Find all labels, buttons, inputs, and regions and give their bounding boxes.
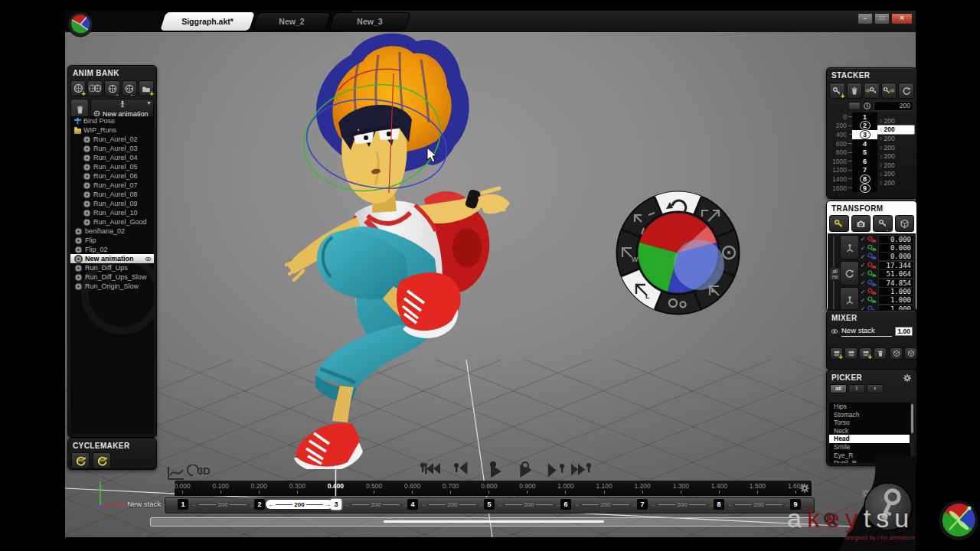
timeline-scrollbar[interactable] — [150, 517, 815, 527]
key-span[interactable]: ← 200 → — [419, 500, 486, 509]
cycle-button[interactable]: step — [71, 452, 90, 469]
timeline-key[interactable]: 3 — [331, 499, 341, 510]
animation-list-item[interactable]: Run_Aurel_09 — [70, 199, 154, 208]
cycle-button[interactable]: slide — [93, 452, 111, 469]
channel-check-icon[interactable]: ✓ — [860, 297, 866, 304]
stacker-key-row[interactable]: 1400 8 — [828, 174, 877, 184]
show-all-keys-button[interactable] — [881, 83, 897, 99]
stacker-key-row[interactable]: 1600 9 — [828, 184, 877, 193]
bone-list-item[interactable]: Head — [829, 435, 914, 443]
key-gap-duration[interactable]: ↕ 200 — [877, 143, 914, 152]
scale-mode-button[interactable] — [840, 287, 859, 311]
key-gap-duration[interactable]: ↕ 200 — [877, 170, 914, 179]
delete-key-button[interactable] — [847, 83, 863, 99]
key-gap-duration[interactable]: ↕ 200 — [877, 161, 914, 170]
channel-check-icon[interactable]: ✓ — [860, 245, 866, 252]
copy-key-button[interactable]: ← — [873, 215, 893, 232]
loop-button[interactable] — [898, 83, 914, 99]
channel-check-icon[interactable]: ✓ — [860, 289, 866, 295]
channel-key-icon[interactable] — [867, 269, 877, 279]
channel-filter-slider[interactable]: all no — [829, 233, 839, 314]
bone-list-item[interactable]: Stomach — [829, 411, 914, 419]
mixer-option-a-button[interactable] — [890, 347, 903, 360]
animation-list-item[interactable]: Run_Aurel_07 — [70, 181, 154, 190]
channel-value-field[interactable]: 51.064 — [878, 269, 914, 279]
animation-list-item[interactable]: Run_Aurel_06 — [70, 171, 154, 181]
minimize-button[interactable]: – — [858, 13, 873, 24]
key-span[interactable]: ← 200 → — [266, 500, 333, 509]
frame-duration-field[interactable]: 200 — [874, 101, 913, 111]
channel-value-field[interactable]: 0.000 — [878, 243, 914, 253]
animation-list-item[interactable]: Run_Aurel_04 — [70, 153, 154, 162]
export-animation-button[interactable]: → — [104, 80, 119, 96]
channel-value-field[interactable]: 1.000 — [878, 295, 914, 305]
delete-stack-button[interactable] — [874, 347, 887, 360]
animation-list-item[interactable]: WIP_Runs — [70, 126, 154, 135]
add-key-button[interactable]: + — [829, 83, 845, 99]
key-gap-duration[interactable]: ↕ 200 — [877, 126, 914, 135]
animation-list-item[interactable]: Run_Diff_Ups — [70, 263, 154, 272]
channel-key-icon[interactable] — [867, 234, 877, 244]
picker-filter-button[interactable]: all — [830, 384, 847, 393]
view-3d-toggle[interactable]: 3D — [198, 465, 211, 477]
new-animation-button[interactable]: + — [70, 80, 86, 96]
channel-check-icon[interactable]: ✓ — [860, 262, 866, 269]
animation-list-item[interactable]: Run_Diff_Ups_Slow — [70, 272, 154, 282]
slider-no-label[interactable]: no — [832, 274, 838, 279]
stack-eye-icon[interactable] — [831, 328, 838, 335]
scrollbar-thumb[interactable] — [384, 520, 604, 523]
character-model[interactable] — [285, 29, 539, 469]
key-gap-duration[interactable]: ↕ 200 — [877, 178, 914, 187]
stacker-key-row[interactable]: 200 2 — [828, 122, 877, 131]
channel-check-icon[interactable]: ✓ — [860, 236, 866, 243]
timeline-keys-bar[interactable]: ← 200 → ← 200 → ← 200 — [165, 497, 815, 514]
picker-filter-button[interactable]: r — [867, 384, 884, 393]
channel-check-icon[interactable]: ✓ — [860, 253, 866, 260]
animation-list-item[interactable]: Run_Aurel_Good — [70, 217, 154, 227]
channel-value-field[interactable]: 74.854 — [878, 279, 914, 288]
channel-key-icon[interactable] — [867, 243, 877, 253]
maximize-button[interactable]: □ — [874, 13, 890, 24]
translate-mode-button[interactable] — [840, 235, 859, 259]
key-gap-duration[interactable]: ↕ 200 — [877, 116, 914, 126]
document-tab[interactable]: Siggraph.akt* — [163, 12, 252, 31]
bone-list-item[interactable]: Neck — [829, 427, 914, 435]
key-span[interactable]: ← 200 → — [725, 500, 792, 509]
go-last-key-button[interactable] — [571, 463, 591, 475]
play-backward-button[interactable] — [490, 461, 501, 478]
picker-settings-gear-icon[interactable] — [903, 373, 912, 383]
new-folder-button[interactable]: + — [139, 80, 154, 96]
go-first-key-button[interactable] — [420, 463, 440, 474]
stack-weight-field[interactable]: 1.00 — [895, 327, 913, 336]
animation-list-item[interactable]: Run_Origin_Slow — [70, 282, 154, 291]
bone-list-item[interactable]: Smile — [829, 443, 914, 452]
next-key-button[interactable] — [548, 464, 564, 478]
picker-scrollbar[interactable] — [910, 403, 914, 463]
animation-list-item[interactable]: Bind Pose — [70, 116, 154, 126]
channel-value-field[interactable]: 0.000 — [878, 235, 914, 244]
channel-key-icon[interactable] — [867, 287, 877, 297]
duplicate-stack-button[interactable] — [844, 347, 858, 360]
add-stack-button[interactable]: + — [830, 347, 843, 360]
picker-filter-button[interactable]: l — [848, 384, 865, 393]
key-gap-duration[interactable]: ↕ 200 — [877, 152, 914, 161]
camera-button[interactable] — [851, 215, 871, 232]
stacker-key-row[interactable]: 400 3 — [828, 130, 877, 139]
timeline-key[interactable]: 7 — [637, 499, 648, 510]
key-span[interactable]: ← 200 → — [648, 500, 716, 509]
animation-list-item[interactable]: Flip_02 — [70, 245, 154, 254]
animation-list-item[interactable]: Run_Aurel_08 — [70, 190, 154, 199]
key-span[interactable]: ← 200 → — [342, 500, 410, 509]
app-logo-icon[interactable] — [67, 11, 93, 37]
duplicate-animation-button[interactable] — [87, 80, 103, 96]
channel-key-icon[interactable] — [867, 261, 877, 271]
world-space-button[interactable] — [895, 215, 915, 232]
document-tab[interactable]: New_2 — [255, 12, 328, 31]
rotate-mode-button[interactable] — [840, 261, 859, 285]
timeline-key[interactable]: 5 — [484, 499, 495, 510]
channel-value-field[interactable]: 17.344 — [878, 261, 914, 270]
timeline-ruler[interactable]: 0.000 0.100 0.200 0.300 0.400 — [175, 481, 812, 496]
channel-check-icon[interactable]: ✓ — [860, 279, 866, 286]
animation-list-item[interactable]: Run_Aurel_05 — [70, 162, 154, 171]
key-span[interactable]: ← 200 → — [572, 500, 639, 509]
